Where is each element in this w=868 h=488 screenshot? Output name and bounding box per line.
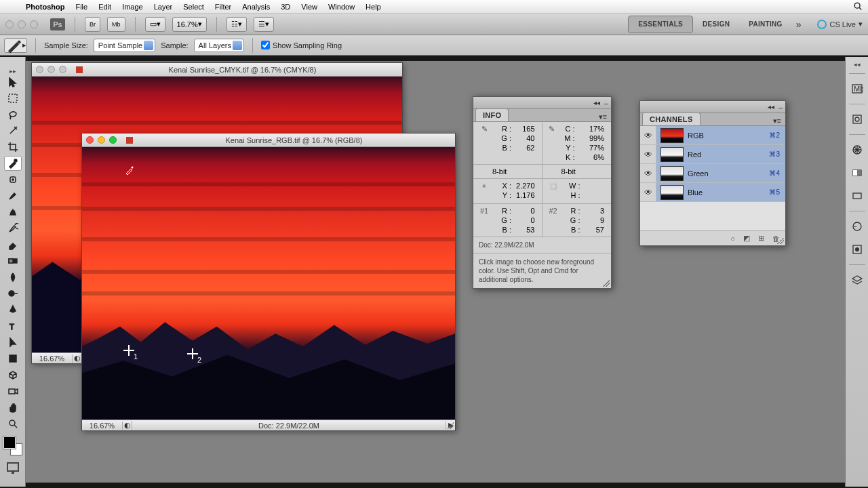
panels-expand-icon[interactable]: ◂◂ <box>854 61 861 66</box>
zoom-field[interactable]: 16.67% <box>82 422 123 430</box>
panel-collapse-icon[interactable]: ◂◂ <box>593 99 600 106</box>
menu-view[interactable]: View <box>301 3 317 11</box>
shape-tool[interactable] <box>4 351 22 366</box>
load-selection-icon[interactable]: ○ <box>730 235 735 243</box>
minibridge-panel-icon[interactable]: Mb <box>849 81 865 97</box>
status-menu-icon[interactable]: ◐ <box>73 354 82 363</box>
pen-tool[interactable] <box>4 302 22 317</box>
visibility-toggle[interactable]: 👁 <box>640 164 656 182</box>
zoom-icon[interactable] <box>109 136 117 144</box>
resize-grip[interactable] <box>603 280 610 287</box>
marquee-tool[interactable] <box>4 91 22 106</box>
brush-tool[interactable] <box>4 188 22 203</box>
minimize-icon[interactable] <box>98 136 105 144</box>
sample-size-combo[interactable]: Point Sample <box>94 39 155 52</box>
swatches-panel-icon[interactable] <box>849 165 865 181</box>
dodge-tool[interactable] <box>4 286 22 301</box>
resize-grip[interactable] <box>447 422 454 429</box>
zoom-field[interactable]: 16.67% <box>32 354 73 363</box>
menu-analysis[interactable]: Analysis <box>242 3 270 11</box>
resize-grip[interactable] <box>777 237 784 244</box>
document-window-rgb[interactable]: Kenai Sunrise_RGB.tif @ 16.7% (RGB/8) 1 … <box>81 133 456 431</box>
path-selection-tool[interactable] <box>4 335 22 350</box>
status-menu-icon[interactable]: ◐ <box>123 421 132 430</box>
styles-panel-icon[interactable] <box>849 188 865 204</box>
3d-tool[interactable] <box>4 367 22 382</box>
menu-window[interactable]: Window <box>328 3 355 11</box>
healing-brush-tool[interactable] <box>4 172 22 187</box>
current-tool-preset[interactable]: ▸ <box>4 38 27 53</box>
lasso-tool[interactable] <box>4 107 22 122</box>
cs-live-button[interactable]: CS Live▾ <box>817 20 863 29</box>
info-panel[interactable]: ◂◂– INFO ▾≡ ✎ R :165 G :40 B :62 ✎ C :17… <box>473 96 612 289</box>
panel-collapse-icon[interactable]: ◂◂ <box>768 103 774 110</box>
menu-3d[interactable]: 3D <box>281 3 290 11</box>
visibility-toggle[interactable]: 👁 <box>640 183 656 201</box>
crop-tool[interactable] <box>4 140 22 155</box>
zoom-icon[interactable] <box>30 20 38 28</box>
close-icon[interactable] <box>36 66 43 73</box>
show-sampling-ring-checkbox[interactable]: Show Sampling Ring <box>261 41 342 49</box>
visibility-toggle[interactable]: 👁 <box>640 126 656 144</box>
workspace-design[interactable]: DESIGN <box>693 16 739 33</box>
arrange-documents-button[interactable]: ☷▾ <box>226 17 247 32</box>
canvas[interactable]: 1 2 <box>82 147 455 420</box>
channels-panel[interactable]: ◂◂– CHANNELS ▾≡ 👁 RGB ⌘2 👁 Red ⌘3 👁 Gree… <box>639 100 786 246</box>
close-icon[interactable] <box>5 20 14 28</box>
spotlight-search-icon[interactable] <box>853 1 863 12</box>
clone-stamp-tool[interactable] <box>4 205 22 220</box>
info-tab[interactable]: INFO <box>475 108 509 121</box>
type-tool[interactable]: T <box>4 319 22 333</box>
panel-menu-icon[interactable]: ▾≡ <box>595 113 611 121</box>
history-panel-icon[interactable] <box>849 111 865 127</box>
channels-tab[interactable]: CHANNELS <box>642 113 701 125</box>
menu-select[interactable]: Select <box>183 3 204 11</box>
eyedropper-tool[interactable] <box>4 156 22 171</box>
menu-layer[interactable]: Layer <box>154 3 173 11</box>
launch-bridge-button[interactable]: Br <box>85 17 100 32</box>
channel-row-red[interactable]: 👁 Red ⌘3 <box>640 145 785 164</box>
blur-tool[interactable] <box>4 270 22 285</box>
save-selection-icon[interactable]: ◩ <box>743 234 750 243</box>
panel-menu-icon[interactable]: ▾≡ <box>769 117 785 125</box>
quick-mask-icon[interactable] <box>7 462 19 472</box>
eraser-tool[interactable] <box>4 237 22 252</box>
menu-filter[interactable]: Filter <box>215 3 231 11</box>
foreground-background-colors[interactable] <box>3 436 22 455</box>
more-workspaces-icon[interactable]: » <box>796 19 802 30</box>
menu-image[interactable]: Image <box>122 3 143 11</box>
color-panel-icon[interactable] <box>849 142 865 158</box>
new-channel-icon[interactable]: ⊞ <box>758 234 764 243</box>
close-icon[interactable] <box>86 136 94 144</box>
channel-row-rgb[interactable]: 👁 RGB ⌘2 <box>640 126 785 145</box>
channel-row-blue[interactable]: 👁 Blue ⌘5 <box>640 183 785 202</box>
channel-row-green[interactable]: 👁 Green ⌘4 <box>640 164 785 183</box>
3d-camera-tool[interactable] <box>4 384 22 399</box>
zoom-icon[interactable] <box>59 66 66 73</box>
menu-edit[interactable]: Edit <box>98 3 111 11</box>
color-sampler-2[interactable]: 2 <box>188 349 197 359</box>
menu-file[interactable]: File <box>75 3 87 11</box>
hand-tool[interactable] <box>4 400 22 415</box>
workspace-painting[interactable]: PAINTING <box>739 16 791 33</box>
menu-help[interactable]: Help <box>366 3 381 11</box>
minimize-icon[interactable] <box>47 66 55 73</box>
magic-wand-tool[interactable] <box>4 123 22 138</box>
history-brush-tool[interactable] <box>4 221 22 236</box>
gradient-tool[interactable] <box>4 253 22 268</box>
sample-layers-combo[interactable]: All Layers <box>194 39 244 52</box>
view-extras-button[interactable]: ▭▾ <box>145 17 165 32</box>
app-menu[interactable]: Photoshop <box>26 3 64 11</box>
visibility-toggle[interactable]: 👁 <box>640 145 656 163</box>
masks-panel-icon[interactable] <box>849 241 865 258</box>
zoom-tool[interactable] <box>4 416 22 431</box>
color-sampler-1[interactable]: 1 <box>124 346 134 355</box>
document-titlebar[interactable]: Kenai Sunrise_CMYK.tif @ 16.7% (CMYK/8) <box>32 63 402 77</box>
zoom-level-combo[interactable]: 16.7% ▾ <box>172 17 207 32</box>
adjustments-panel-icon[interactable] <box>849 218 865 235</box>
layers-panel-icon[interactable] <box>849 272 865 288</box>
screen-mode-button[interactable]: ☰▾ <box>254 17 274 32</box>
panel-minimize-icon[interactable]: – <box>604 99 608 107</box>
launch-minibridge-button[interactable]: Mb <box>107 17 125 32</box>
document-titlebar[interactable]: Kenai Sunrise_RGB.tif @ 16.7% (RGB/8) <box>82 134 455 147</box>
